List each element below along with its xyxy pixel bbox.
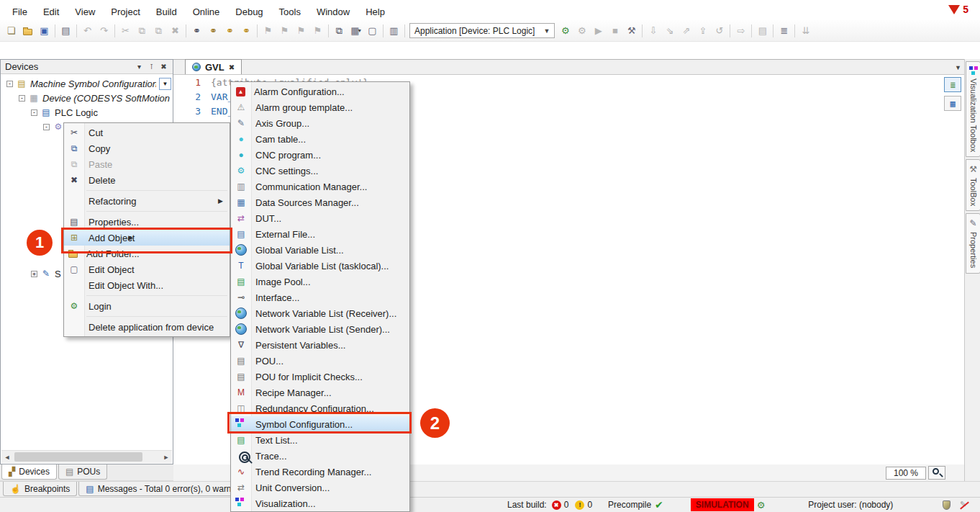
step-out-button[interactable]: ⇗: [678, 23, 694, 39]
bookmark-next-button[interactable]: ⚑: [293, 23, 309, 39]
menu-help[interactable]: Help: [358, 4, 393, 19]
submenu-item-global-variable-list-tasklocal[interactable]: TGlobal Variable List (tasklocal)...: [231, 258, 409, 274]
logout-button[interactable]: ⚙: [573, 23, 590, 39]
undo-button[interactable]: ↶: [79, 23, 96, 39]
delete-button[interactable]: ✖: [167, 23, 183, 39]
menu-file[interactable]: File: [4, 4, 35, 19]
side-tab-visualization-toolbox[interactable]: Visualization Toolbox: [966, 61, 980, 157]
submenu-item-network-variable-list-sender[interactable]: Network Variable List (Sender)...: [231, 321, 409, 337]
notification-area[interactable]: 5: [948, 4, 968, 15]
login-button[interactable]: ⚙: [557, 23, 573, 39]
bottom-tab-messages[interactable]: ▤Messages - Total 0 error(s), 0 warning: [78, 482, 250, 496]
submenu-item-persistent-variables[interactable]: ∇Persistent Variables...: [231, 337, 409, 353]
stop-button[interactable]: ■: [607, 23, 623, 39]
panel-dropdown-icon[interactable]: ▾: [133, 61, 145, 73]
bottom-tab-devices[interactable]: ▞Devices: [1, 464, 57, 480]
open-file-button[interactable]: [19, 23, 36, 39]
zoom-button[interactable]: [928, 466, 945, 480]
bookmark-clear-button[interactable]: ⚑: [309, 23, 326, 39]
panel-pin-icon[interactable]: ⊺: [145, 61, 158, 73]
tab-close-icon[interactable]: ✖: [229, 63, 235, 71]
context-item-delete-application-from-device[interactable]: Delete application from device: [64, 319, 230, 335]
submenu-item-global-variable-list[interactable]: Global Variable List...: [231, 242, 409, 258]
application-selector[interactable]: Application [Device: PLC Logic]▼: [409, 23, 555, 38]
bookmark-toggle-button[interactable]: ⚑: [260, 23, 276, 39]
submenu-item-interface[interactable]: ⊸Interface...: [231, 289, 409, 305]
menu-project[interactable]: Project: [103, 4, 148, 19]
context-item-refactoring[interactable]: Refactoring▶: [64, 193, 230, 209]
expander-icon[interactable]: -: [6, 81, 13, 87]
start-button[interactable]: ▶: [590, 23, 607, 39]
submenu-item-trend-recording-manager[interactable]: ∿Trend Recording Manager...: [231, 464, 409, 480]
replace-in-project-button[interactable]: ⚭: [238, 23, 255, 39]
zoom-level[interactable]: 100 %: [886, 467, 926, 480]
context-item-login[interactable]: ⚙Login: [64, 298, 230, 314]
flow-control-button[interactable]: ≣: [776, 23, 792, 39]
reset-button[interactable]: ↺: [711, 23, 727, 39]
build-check-button[interactable]: ⇊: [797, 23, 814, 39]
submenu-item-pou-for-implicit-checks[interactable]: ▤POU for Implicit Checks...: [231, 369, 409, 385]
submenu-item-cnc-settings[interactable]: ⚙CNC settings...: [231, 163, 409, 179]
paste-button[interactable]: ⧉: [150, 23, 167, 39]
single-cycle-button[interactable]: ⚒: [623, 23, 640, 39]
expander-icon[interactable]: -: [19, 95, 25, 102]
submenu-item-axis-group[interactable]: ✎Axis Group...: [231, 115, 409, 131]
submenu-item-text-list[interactable]: ▤Text List...: [231, 432, 409, 448]
write-values-button[interactable]: ⇨: [732, 23, 749, 39]
submenu-item-alarm-group-template[interactable]: ⚠Alarm group template...: [231, 99, 409, 115]
context-item-copy[interactable]: ⧉Copy: [64, 140, 230, 156]
submenu-item-network-variable-list-receiver[interactable]: Network Variable List (Receiver)...: [231, 305, 409, 321]
tree-item-combo-icon[interactable]: ▼: [159, 78, 171, 90]
save-button[interactable]: ▣: [36, 23, 53, 39]
tree-item-machine-symbol-configuration[interactable]: -▤Machine Symbol Configuration▼: [1, 76, 173, 91]
submenu-item-communication-manager[interactable]: ▥Communication Manager...: [231, 179, 409, 194]
tabular-view-button[interactable]: ▦: [944, 96, 961, 111]
expander-icon[interactable]: -: [31, 109, 37, 116]
devices-hscrollbar[interactable]: ◄ ►: [1, 450, 172, 463]
submenu-item-recipe-manager[interactable]: MRecipe Manager...: [231, 385, 409, 400]
menu-tools[interactable]: Tools: [271, 4, 309, 19]
find-replace-button[interactable]: ⚭: [205, 23, 222, 39]
tree-item-device[interactable]: -▦Device (CODESYS SoftMotion Win V3 x64): [1, 91, 173, 105]
menu-online[interactable]: Online: [185, 4, 228, 19]
breakpoints-list-button[interactable]: ▤: [754, 23, 771, 39]
context-item-edit-object[interactable]: ▢Edit Object: [64, 261, 230, 277]
find-in-project-button[interactable]: ⚭: [222, 23, 238, 39]
submenu-item-cnc-program[interactable]: ●CNC program...: [231, 147, 409, 163]
context-item-delete[interactable]: ✖Delete: [64, 172, 230, 188]
edit-object-button[interactable]: ▢: [364, 23, 381, 39]
new-file-button[interactable]: ❏: [3, 23, 19, 39]
symbol-grid-button[interactable]: ▥: [386, 23, 402, 39]
tab-gvl[interactable]: GVL ✖: [185, 59, 242, 74]
scroll-right-icon[interactable]: ►: [160, 454, 172, 461]
expander-icon[interactable]: +: [31, 271, 37, 277]
panel-close-icon[interactable]: ✖: [158, 61, 170, 73]
side-tab-toolbox[interactable]: ⚒ToolBox: [966, 159, 980, 211]
submenu-item-external-file[interactable]: ▤External File...: [231, 226, 409, 242]
menu-debug[interactable]: Debug: [227, 4, 271, 19]
redo-button[interactable]: ↷: [96, 23, 112, 39]
scroll-left-icon[interactable]: ◄: [1, 454, 13, 461]
menu-window[interactable]: Window: [309, 4, 358, 19]
menu-build[interactable]: Build: [148, 4, 185, 19]
bottom-tab-breakpoints[interactable]: ☝Breakpoints: [3, 482, 77, 496]
submenu-item-trace[interactable]: Trace...: [231, 448, 409, 464]
tab-list-dropdown-icon[interactable]: ▼: [955, 64, 961, 71]
submenu-item-data-sources-manager[interactable]: ▦Data Sources Manager...: [231, 194, 409, 210]
submenu-item-cam-table[interactable]: ●Cam table...: [231, 131, 409, 147]
context-item-paste[interactable]: ⧉Paste: [64, 156, 230, 172]
paste-object-button[interactable]: ⧉: [331, 23, 348, 39]
side-tab-properties[interactable]: ✎Properties: [966, 213, 980, 273]
add-object-dropdown-button[interactable]: ▦▾: [348, 23, 364, 39]
step-into-button[interactable]: ⇘: [661, 23, 678, 39]
context-item-cut[interactable]: ✂Cut: [64, 125, 230, 140]
submenu-item-image-pool[interactable]: ▤Image Pool...: [231, 274, 409, 289]
textual-view-button[interactable]: ≣: [944, 77, 961, 92]
menu-edit[interactable]: Edit: [35, 4, 67, 19]
cut-button[interactable]: ✂: [117, 23, 134, 39]
bookmark-prev-button[interactable]: ⚑: [276, 23, 293, 39]
submenu-item-unit-conversion[interactable]: ⇄Unit Conversion...: [231, 480, 409, 495]
submenu-item-dut[interactable]: ⇄DUT...: [231, 210, 409, 226]
print-button[interactable]: ▤: [58, 23, 74, 39]
context-item-edit-object-with[interactable]: Edit Object With...: [64, 277, 230, 293]
